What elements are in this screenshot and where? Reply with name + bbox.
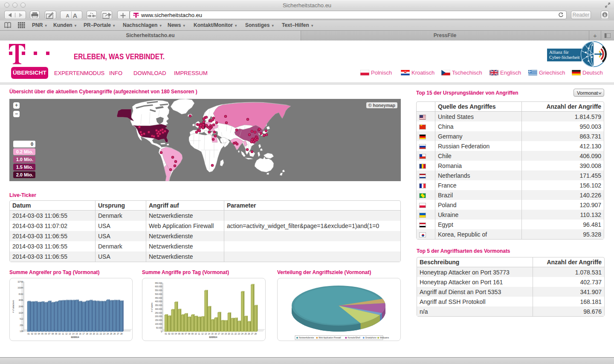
svg-text:18: 18 — [86, 333, 89, 335]
svg-text:19: 19 — [225, 333, 227, 335]
svg-text:23: 23 — [238, 333, 240, 335]
svg-text:16: 16 — [79, 333, 81, 335]
svg-text:22: 22 — [235, 333, 237, 335]
svg-text:08: 08 — [188, 333, 191, 335]
svg-text:26: 26 — [248, 333, 250, 335]
svg-text:09: 09 — [191, 333, 194, 335]
svg-text:400.000: 400.000 — [155, 300, 162, 303]
svg-text:09: 09 — [55, 333, 58, 335]
svg-text:4096: 4096 — [19, 299, 23, 301]
svg-text:14: 14 — [72, 333, 75, 335]
svg-text:1024: 1024 — [19, 312, 23, 314]
svg-text:07: 07 — [48, 333, 51, 335]
svg-text:Netzwerkdienste: Netzwerkdienste — [299, 337, 314, 339]
svg-text:Konsole/Shell: Konsole/Shell — [348, 337, 360, 339]
svg-text:27: 27 — [117, 333, 119, 335]
svg-text:100.000: 100.000 — [155, 323, 162, 325]
svg-text:11: 11 — [198, 333, 200, 335]
svg-text:25: 25 — [244, 333, 247, 335]
svg-text:21: 21 — [96, 333, 99, 335]
svg-text:18: 18 — [221, 333, 224, 335]
svg-text:03: 03 — [171, 333, 174, 335]
svg-text:05: 05 — [178, 333, 181, 335]
svg-text:15: 15 — [75, 333, 78, 335]
svg-text:Webcams: Webcams — [380, 337, 389, 339]
svg-text:03: 03 — [35, 333, 37, 335]
svg-text:550.000: 550.000 — [155, 289, 162, 292]
svg-text:16: 16 — [214, 333, 217, 335]
svg-text:27: 27 — [251, 333, 254, 335]
svg-text:23: 23 — [103, 333, 106, 335]
svg-text:14: 14 — [208, 333, 211, 335]
svg-text:450.000: 450.000 — [155, 297, 162, 299]
svg-text:04: 04 — [38, 333, 41, 335]
svg-text:13: 13 — [69, 333, 71, 335]
svg-text:256: 256 — [20, 324, 23, 326]
svg-text:21: 21 — [231, 333, 234, 335]
svg-text:25: 25 — [110, 333, 113, 335]
svg-text:07: 07 — [185, 333, 187, 335]
svg-text:2048: 2048 — [19, 306, 23, 308]
svg-text:500.000: 500.000 — [155, 293, 162, 295]
svg-text:12: 12 — [201, 333, 204, 335]
svg-text:11: 11 — [62, 333, 64, 335]
svg-text:# of alerts: # of alerts — [151, 303, 153, 312]
svg-text:28: 28 — [120, 333, 123, 335]
svg-text:06: 06 — [45, 333, 47, 335]
svg-text:01: 01 — [165, 333, 167, 335]
svg-text:22: 22 — [100, 333, 102, 335]
svg-text:04: 04 — [175, 333, 177, 335]
svg-text:24: 24 — [107, 333, 109, 335]
svg-text:16384: 16384 — [17, 287, 23, 289]
svg-text:10: 10 — [58, 333, 61, 335]
svg-text:350.000: 350.000 — [155, 304, 162, 306]
svg-text:02/2014: 02/2014 — [71, 336, 79, 338]
svg-text:0: 0 — [161, 331, 162, 333]
svg-text:250.000: 250.000 — [155, 312, 162, 314]
svg-text:28: 28 — [255, 333, 257, 335]
svg-text:20: 20 — [93, 333, 96, 335]
svg-text:Web Application Firewall: Web Application Firewall — [319, 337, 341, 339]
svg-text:13: 13 — [205, 333, 207, 335]
svg-text:17: 17 — [218, 333, 220, 335]
svg-text:17: 17 — [83, 333, 85, 335]
svg-text:150.000: 150.000 — [155, 319, 162, 321]
svg-text:08: 08 — [52, 333, 54, 335]
svg-text:24: 24 — [241, 333, 244, 335]
svg-text:05: 05 — [41, 333, 44, 335]
svg-text:200.000: 200.000 — [155, 315, 162, 318]
svg-text:01: 01 — [28, 333, 30, 335]
svg-text:15: 15 — [211, 333, 214, 335]
svg-text:512: 512 — [20, 318, 23, 320]
svg-text:128: 128 — [20, 330, 23, 332]
svg-text:19: 19 — [90, 333, 92, 335]
svg-text:Smartphone: Smartphone — [365, 337, 377, 339]
svg-text:650.000: 650.000 — [155, 282, 162, 284]
svg-text:26: 26 — [113, 333, 116, 335]
svg-text:02: 02 — [168, 333, 171, 335]
svg-text:02/2014: 02/2014 — [209, 336, 217, 338]
svg-text:50.000: 50.000 — [156, 327, 162, 329]
svg-text:10: 10 — [195, 333, 197, 335]
svg-text:06: 06 — [181, 333, 184, 335]
svg-text:02: 02 — [31, 333, 34, 335]
svg-text:32768: 32768 — [17, 281, 23, 283]
svg-text:8192: 8192 — [19, 293, 23, 295]
svg-text:# of attackers: # of attackers — [12, 300, 14, 313]
svg-text:12: 12 — [65, 333, 68, 335]
svg-text:600.000: 600.000 — [155, 286, 162, 288]
svg-text:300.000: 300.000 — [155, 308, 162, 310]
svg-text:20: 20 — [228, 333, 230, 335]
